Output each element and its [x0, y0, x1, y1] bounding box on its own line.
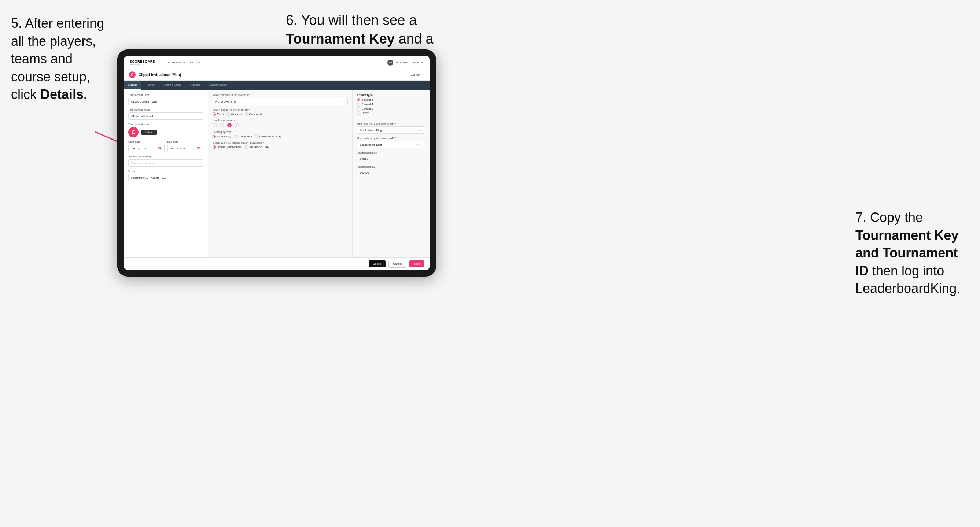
tournament-name-input[interactable]: Clippd Invitational — [128, 113, 204, 120]
format-other[interactable]: Other — [357, 111, 425, 114]
title-logo: C — [129, 71, 135, 78]
annotation-left: 5. After enteringall the players,teams a… — [11, 15, 114, 104]
page-title: Clippd Invitational (Men) — [138, 73, 411, 77]
round-1-icon: 1 — [213, 123, 217, 127]
tab-bar: Details Teams Course Setup Results Leade… — [124, 81, 430, 90]
radio-6count4-icon — [357, 103, 360, 106]
venue-label: Venue — [128, 170, 204, 173]
tournament-name-label: Tournament name — [128, 108, 204, 111]
user-name: Test User — [395, 61, 408, 64]
radio-mens-label: Mens — [217, 113, 224, 116]
delete-button[interactable]: Delete — [369, 260, 385, 267]
tab-leaderboards[interactable]: Leaderboards — [205, 81, 231, 90]
scoring-match-play[interactable]: Match Play — [234, 135, 252, 138]
radio-5count4-icon — [357, 98, 360, 102]
left-column: Tournament Host Clippd College - Men ⌄ T… — [124, 90, 208, 257]
division-input[interactable]: NCAA Division III ⌄ — [213, 98, 348, 105]
scoring-medal-match[interactable]: Medal Match Play — [255, 135, 281, 138]
upload-button[interactable]: Upload — [142, 130, 157, 135]
teams-plus-individuals[interactable]: Teams (+Individuals) — [213, 145, 242, 149]
scoring-stroke-play[interactable]: Stroke Play — [213, 135, 231, 138]
third-party-1-input[interactable]: Leaderboard King ✕ ⌄ — [357, 126, 425, 134]
radio-individuals-icon — [245, 145, 248, 149]
tab-results[interactable]: Results — [186, 81, 205, 90]
tournament-name-field: Tournament name Clippd Invitational — [128, 108, 204, 120]
radio-combined-icon — [245, 113, 248, 116]
third-party-2-label: Use third-party live scoring API? — [357, 137, 425, 140]
cancel-button[interactable]: Cancel ✕ — [411, 73, 425, 76]
radio-match-icon — [234, 135, 237, 138]
tablet-screen: SCOREBOARD Powered by clippd TOURNAMENTS… — [124, 56, 430, 270]
tournament-logo-field: Tournament logo C Upload — [128, 123, 204, 137]
tab-teams[interactable]: Teams — [142, 81, 159, 90]
tab-details[interactable]: Details — [124, 81, 142, 90]
radio-stroke-icon — [213, 135, 216, 138]
scoring-field: Scoring system Stroke Play Match Play — [213, 130, 348, 138]
round-4[interactable]: 4 — [235, 123, 239, 127]
venue-input[interactable]: Peachtree GC - Atlanta - GA ⌄ — [128, 174, 204, 181]
radio-teams-icon — [213, 145, 216, 149]
tournament-id-value: 302051 — [357, 170, 425, 176]
start-date-field: Start date Jan 21, 2024 📅 — [128, 140, 165, 152]
sponsor-input[interactable]: Enter sponsor name — [128, 159, 204, 167]
radio-medal-label: Medal Match Play — [259, 135, 281, 138]
radio-womens-icon — [226, 113, 230, 116]
tournament-host-label: Tournament Host — [128, 94, 204, 97]
rounds-label: Number of rounds — [213, 119, 348, 122]
save-button[interactable]: Save — [409, 260, 425, 267]
format-type-label: Format type — [357, 94, 425, 97]
nav-tournaments[interactable]: TOURNAMENTS — [161, 61, 185, 64]
gender-mens[interactable]: Mens — [213, 113, 224, 116]
radio-womens-label: Womens — [231, 113, 242, 116]
teams-field: Is this event for Teams and/or Individua… — [213, 141, 348, 149]
radio-6count5-icon — [357, 107, 360, 110]
tab-course-setup[interactable]: Course Setup — [159, 81, 186, 90]
format-type-section: Format type 5 count 4 6 count 4 6 count … — [357, 94, 425, 116]
start-date-label: Start date — [128, 140, 165, 144]
round-2[interactable]: 2 — [220, 123, 224, 127]
third-party-2-input[interactable]: Leaderboard King ✕ ⌄ — [357, 141, 425, 148]
format-5count4[interactable]: 5 count 4 — [357, 98, 425, 102]
clear-icon-1[interactable]: ✕ ⌄ — [416, 129, 422, 132]
round-4-icon: 4 — [235, 123, 239, 127]
cancel-bottom-button[interactable]: Cancel — [388, 260, 406, 268]
round-1[interactable]: 1 — [213, 123, 217, 127]
end-date-field: End date Jan 23, 2024 📅 — [167, 140, 204, 152]
top-nav: SCOREBOARD Powered by clippd TOURNAMENTS… — [124, 56, 430, 69]
chevron-down-icon: ⌄ — [198, 100, 200, 103]
round-3-icon: 3 — [227, 123, 232, 127]
format-6count4-label: 6 count 4 — [362, 103, 373, 106]
radio-medal-icon — [255, 135, 258, 138]
tournament-host-input[interactable]: Clippd College - Men ⌄ — [128, 98, 204, 105]
calendar-icon: 📅 — [158, 147, 162, 150]
individuals-only[interactable]: Individuals Only — [245, 145, 269, 149]
end-date-input[interactable]: Jan 23, 2024 📅 — [167, 144, 204, 152]
gender-womens[interactable]: Womens — [226, 113, 242, 116]
round-3[interactable]: 3 — [227, 123, 232, 127]
sign-out-link[interactable]: Sign out — [413, 61, 424, 64]
tournament-key-field: Tournament Key b4f6b7 — [357, 151, 425, 162]
format-6count4[interactable]: 6 count 4 — [357, 103, 425, 106]
right-column: Format type 5 count 4 6 count 4 6 count … — [353, 90, 430, 257]
mid-column: Which division is the event for? NCAA Di… — [208, 90, 353, 257]
tournament-key-value: b4f6b7 — [357, 156, 425, 162]
brand: SCOREBOARD Powered by clippd — [130, 60, 155, 65]
nav-teams[interactable]: TEAMS — [189, 61, 200, 64]
tournament-host-field: Tournament Host Clippd College - Men ⌄ — [128, 94, 204, 105]
start-date-input[interactable]: Jan 21, 2024 📅 — [128, 144, 165, 152]
nav-pipe: | — [410, 61, 411, 64]
scoring-label: Scoring system — [213, 130, 348, 134]
tournament-id-label: Tournament ID — [357, 165, 425, 168]
third-party-1-field: Use third-party live scoring API? Leader… — [357, 122, 425, 134]
rounds-field: Number of rounds 1 2 3 4 — [213, 119, 348, 127]
format-6count5[interactable]: 6 count 5 — [357, 107, 425, 110]
date-row: Start date Jan 21, 2024 📅 End date Jan 2… — [128, 140, 204, 152]
nav-right: TU Test User | Sign out — [387, 60, 424, 65]
gender-combined[interactable]: Combined — [245, 113, 262, 116]
clear-icon-2[interactable]: ✕ ⌄ — [416, 143, 422, 146]
annotation-right: 7. Copy the Tournament Key and Tournamen… — [855, 209, 969, 298]
radio-stroke-label: Stroke Play — [217, 135, 231, 138]
main-content: Tournament Host Clippd College - Men ⌄ T… — [124, 90, 430, 257]
logo-preview: C — [128, 127, 138, 137]
gender-label: Which gender is the event for? — [213, 108, 348, 111]
